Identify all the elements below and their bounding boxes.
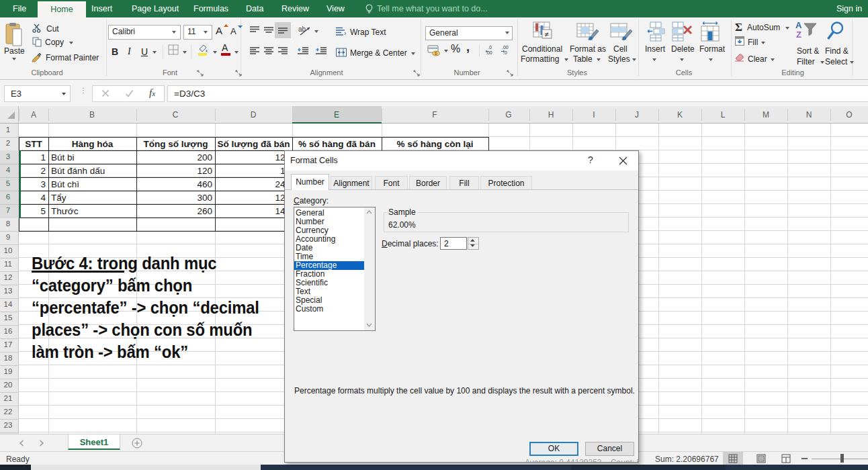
svg-text:$: $ (435, 51, 437, 56)
svg-text:.0: .0 (488, 45, 492, 50)
svg-text:≠: ≠ (545, 30, 549, 38)
svg-text:.00: .00 (502, 45, 509, 50)
